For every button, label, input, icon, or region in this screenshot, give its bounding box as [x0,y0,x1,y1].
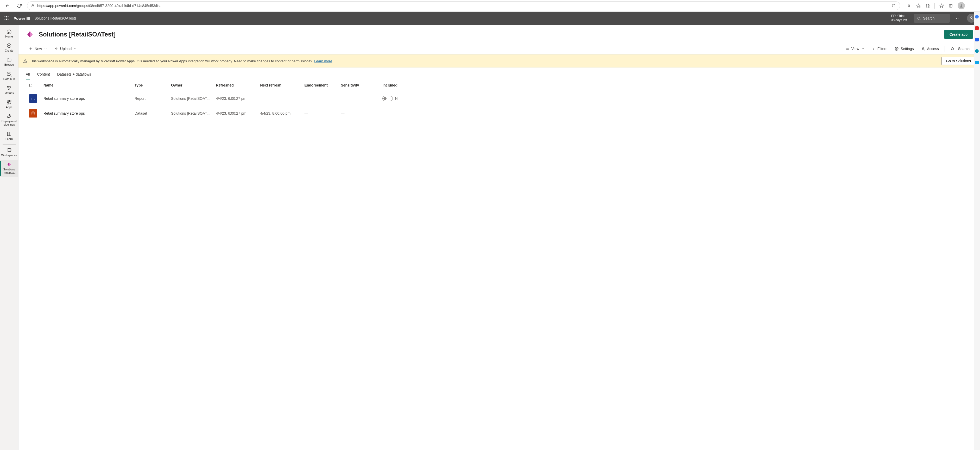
rocket-icon [6,113,12,119]
apps-icon [6,99,12,105]
col-endorsement[interactable]: Endorsement [301,80,337,91]
warning-icon [23,59,27,63]
nav-metrics[interactable]: Metrics [0,83,18,97]
more-icon[interactable]: ··· [969,3,974,8]
nav-data-hub[interactable]: Data hub [0,69,18,83]
content-tabs: All Content Datasets + dataflows [19,67,980,80]
svg-point-9 [8,18,9,19]
svg-point-3 [961,5,962,6]
svg-point-21 [9,115,10,116]
cell-sensitivity: — [337,106,379,121]
nav-current-workspace[interactable]: Solutions [RetailSO... [0,160,18,177]
items-table: Name Type Owner Refreshed Next refresh E… [26,80,980,121]
chrome-actions: ··· [904,2,977,10]
favorite-icon[interactable] [916,3,921,8]
col-name[interactable]: Name [40,80,132,91]
cell-sensitivity: — [337,91,379,106]
read-aloud-icon[interactable] [906,3,912,8]
edge-icon[interactable] [975,15,979,19]
nav-divider [3,144,16,145]
col-sensitivity[interactable]: Sensitivity [337,80,379,91]
tab-content[interactable]: Content [37,72,50,80]
nav-browse[interactable]: Browse [0,55,18,69]
svg-point-16 [7,72,10,73]
nav-deployment-pipelines[interactable]: Deployment pipelines [0,112,18,129]
svg-point-6 [8,16,9,17]
chevron-down-icon [861,47,864,50]
svg-point-10 [5,19,5,20]
search-placeholder: Search [923,16,934,20]
table-row[interactable]: Retail summary store opsReportSolutions … [26,91,980,106]
lock-icon [31,4,35,8]
col-next-refresh[interactable]: Next refresh [257,80,301,91]
trial-info: PPU Trial: 38 days left [891,14,907,22]
cell-type: Dataset [132,106,168,121]
tab-all[interactable]: All [26,72,30,80]
view-button[interactable]: View [843,45,867,53]
app-launcher-icon[interactable] [4,16,10,21]
shopping-icon[interactable] [891,3,896,8]
chevron-down-icon [44,47,47,50]
nav-apps[interactable]: Apps [0,97,18,112]
app-bar: Power BI Solutions [RetailSOATest] PPU T… [0,12,980,25]
nav-home[interactable]: Home [0,27,18,41]
tab-datasets-dataflows[interactable]: Datasets + dataflows [57,72,91,80]
cell-endorsement: — [301,91,337,106]
svg-point-12 [8,19,9,20]
more-options-button[interactable]: ··· [954,14,963,23]
toolbar-divider [945,46,945,52]
col-refreshed[interactable]: Refreshed [213,80,257,91]
global-search[interactable]: Search [914,14,950,23]
nav-learn[interactable]: Learn [0,129,18,143]
back-button[interactable] [3,2,11,10]
create-app-button[interactable]: Create app [944,30,973,39]
svg-rect-18 [7,100,9,102]
svg-point-27 [32,112,34,113]
included-toggle[interactable] [382,96,393,101]
banner-text: This workspace is automatically managed … [30,59,939,63]
cell-owner: Solutions [RetailSOAT... [168,91,213,106]
edge-icon[interactable] [975,49,979,53]
go-to-solutions-button[interactable]: Go to Solutions [942,57,975,65]
svg-point-8 [6,18,7,19]
cell-type: Report [132,91,168,106]
upload-button[interactable]: Upload [51,45,80,53]
refresh-button[interactable] [15,2,24,10]
col-owner[interactable]: Owner [168,80,213,91]
nav-create[interactable]: Create [0,41,18,55]
col-type[interactable]: Type [132,80,168,91]
filters-button[interactable]: Filters [869,45,891,53]
edge-icon[interactable] [975,61,979,64]
svg-point-5 [6,16,7,17]
toolbar-search[interactable]: Search [947,45,973,53]
app-brand[interactable]: Power BI [14,16,30,21]
cell-included [379,106,980,121]
cell-name[interactable]: Retail summary store ops [40,106,132,121]
svg-point-25 [923,48,924,49]
nav-workspaces[interactable]: Workspaces [0,146,18,160]
edge-icon[interactable] [975,26,979,30]
workspace-icon [26,30,34,38]
book-icon [6,131,12,137]
profile-avatar[interactable] [958,2,965,10]
svg-point-7 [5,18,5,19]
home-icon [6,29,12,34]
col-icon-header [26,80,40,91]
edge-icon[interactable] [975,38,979,41]
file-icon [29,83,33,87]
svg-rect-19 [10,100,11,102]
new-button[interactable]: New [26,45,50,53]
access-button[interactable]: Access [918,45,942,53]
divider [934,3,935,9]
folder-icon [6,57,12,62]
table-row[interactable]: Retail summary store opsDatasetSolutions… [26,106,980,121]
settings-button[interactable]: Settings [891,45,917,53]
collections-icon[interactable] [948,3,953,8]
info-banner: This workspace is automatically managed … [19,54,980,67]
cell-name[interactable]: Retail summary store ops [40,91,132,106]
url-bar[interactable]: https://app.powerbi.com/groups/08ecf957-… [27,1,900,10]
learn-more-link[interactable]: Learn more [314,59,332,63]
favorites-bar-icon[interactable] [939,3,944,8]
col-included[interactable]: Included [379,80,980,91]
extensions-icon[interactable] [925,3,930,8]
